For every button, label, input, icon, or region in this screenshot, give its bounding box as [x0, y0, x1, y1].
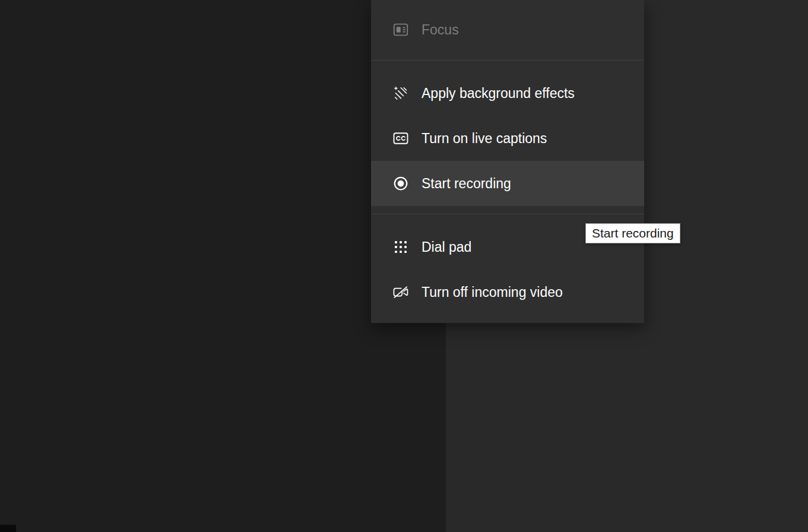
menu-item-turn-on-live-captions[interactable]: Turn on live captions — [371, 116, 644, 161]
start-recording-tooltip: Start recording — [585, 223, 680, 243]
live-captions-icon — [392, 129, 410, 147]
menu-divider — [371, 214, 644, 214]
menu-item-label: Turn off incoming video — [422, 286, 563, 299]
tooltip-text: Start recording — [592, 226, 674, 240]
menu-item-start-recording[interactable]: Start recording — [371, 161, 644, 206]
menu-item-label: Apply background effects — [422, 87, 575, 100]
menu-item-label: Dial pad — [422, 240, 471, 254]
menu-item-label: Focus — [422, 23, 459, 37]
window-corner — [0, 525, 16, 532]
record-icon — [392, 175, 410, 192]
menu-divider — [371, 60, 644, 61]
menu-item-label: Start recording — [422, 177, 511, 191]
menu-item-turn-off-incoming-video[interactable]: Turn off incoming video — [371, 270, 644, 315]
menu-item-focus[interactable]: Focus — [371, 7, 644, 52]
menu-item-label: Turn on live captions — [422, 132, 547, 145]
background-effects-icon — [392, 84, 410, 102]
menu-item-apply-background-effects[interactable]: Apply background effects — [371, 71, 644, 116]
focus-icon — [392, 21, 410, 39]
dial-pad-icon — [392, 238, 410, 256]
more-actions-menu: Focus Apply background effects — [371, 0, 644, 323]
video-off-icon — [392, 283, 410, 301]
